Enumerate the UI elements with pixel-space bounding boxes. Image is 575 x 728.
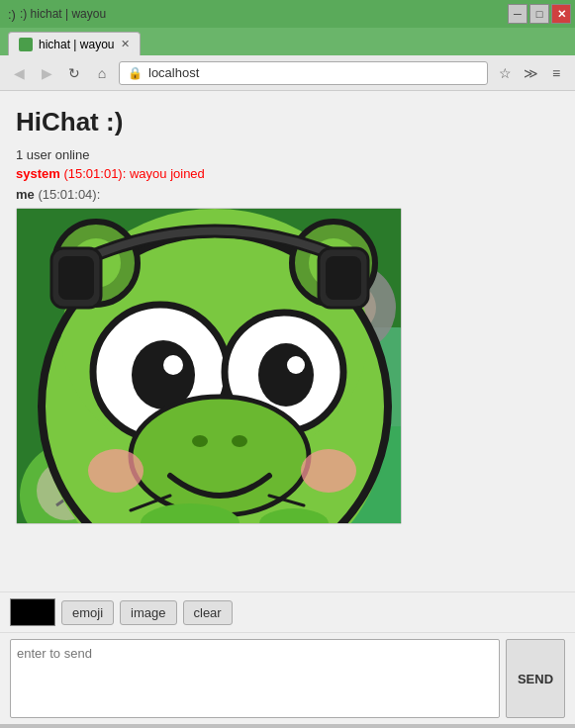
menu-button[interactable]: ≡ — [545, 62, 567, 84]
send-button[interactable]: SEND — [506, 639, 565, 718]
close-button[interactable]: ✕ — [551, 4, 571, 24]
minimize-button[interactable]: ─ — [508, 4, 527, 24]
forward-button[interactable]: ▶ — [36, 62, 57, 84]
svg-point-25 — [163, 355, 183, 375]
window-title-bar: :) :) hichat | wayou ─ □ ✕ — [0, 0, 575, 28]
me-time: (15:01:04): — [38, 187, 100, 202]
svg-point-32 — [88, 449, 144, 493]
back-button[interactable]: ◀ — [8, 62, 30, 84]
me-label: me (15:01:04): — [16, 187, 559, 202]
system-label: system — [16, 166, 60, 181]
window-controls: ─ □ ✕ — [508, 4, 571, 24]
svg-rect-19 — [58, 256, 94, 300]
svg-point-30 — [192, 435, 208, 447]
status-line: 1 user online — [16, 147, 559, 162]
color-swatch[interactable] — [10, 598, 55, 626]
frog-illustration — [17, 209, 402, 524]
star-button[interactable]: ☆ — [494, 62, 516, 84]
svg-point-31 — [232, 435, 247, 447]
svg-point-33 — [301, 449, 356, 493]
home-button[interactable]: ⌂ — [91, 62, 113, 84]
toolbar: emoji image clear — [0, 592, 575, 632]
chat-image — [16, 208, 402, 524]
window-title: :) :) hichat | wayou — [8, 7, 106, 22]
image-button[interactable]: image — [120, 600, 176, 625]
clear-button[interactable]: clear — [183, 600, 233, 625]
nav-right-icons: ☆ ≫ ≡ — [494, 62, 567, 84]
refresh-button[interactable]: ↻ — [63, 62, 85, 84]
input-area: SEND — [0, 632, 575, 724]
tab-favicon — [19, 38, 33, 51]
page: HiChat :) 1 user online system (15:01:01… — [0, 91, 575, 724]
svg-rect-21 — [326, 256, 361, 300]
address-text: localhost — [148, 65, 199, 80]
message-input[interactable] — [10, 639, 500, 718]
content-scroll[interactable]: HiChat :) 1 user online system (15:01:01… — [0, 91, 575, 592]
svg-point-26 — [258, 343, 314, 407]
tab-close-icon[interactable]: ✕ — [121, 38, 130, 50]
content-wrapper: HiChat :) 1 user online system (15:01:01… — [0, 91, 575, 592]
system-message: system (15:01:01): wayou joined — [16, 166, 559, 181]
svg-point-27 — [287, 356, 305, 374]
lock-icon: 🔒 — [128, 66, 143, 80]
me-name: me — [16, 187, 35, 202]
join-text: wayou joined — [130, 166, 205, 181]
emoji-button[interactable]: emoji — [61, 600, 114, 625]
tab-hichat[interactable]: hichat | wayou ✕ — [8, 32, 141, 55]
tab-label: hichat | wayou — [39, 38, 115, 51]
address-bar[interactable]: 🔒 localhost — [119, 61, 488, 85]
window-title-text: :) hichat | wayou — [20, 7, 106, 21]
maximize-button[interactable]: □ — [529, 4, 549, 24]
system-time: (15:01:01): — [63, 166, 126, 181]
window-icon: :) — [8, 7, 16, 22]
app-title: HiChat :) — [16, 107, 559, 137]
extensions-button[interactable]: ≫ — [520, 62, 541, 84]
nav-bar: ◀ ▶ ↻ ⌂ 🔒 localhost ☆ ≫ ≡ — [0, 55, 575, 91]
tab-bar: hichat | wayou ✕ — [0, 28, 575, 55]
